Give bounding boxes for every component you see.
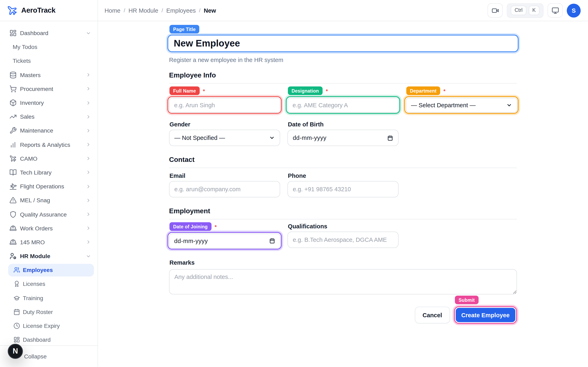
department-annotation-badge: Department <box>406 86 440 95</box>
sidebar-item-inventory[interactable]: Inventory <box>0 96 98 110</box>
page-subtitle: Register a new employee in the HR system <box>169 57 517 63</box>
designation-input[interactable] <box>287 98 399 112</box>
bar-chart-icon <box>9 141 17 148</box>
section-heading-employment: Employment <box>169 207 517 215</box>
header-actions: Ctrl K S <box>488 3 581 18</box>
breadcrumb-home[interactable]: Home <box>104 7 121 14</box>
remarks-textarea[interactable] <box>169 269 517 294</box>
sidebar-item-my-todos[interactable]: My Todos <box>0 40 98 54</box>
sidebar-item-tech-library[interactable]: Tech Library <box>0 166 98 179</box>
sidebar-item-training[interactable]: Training <box>0 291 98 305</box>
sidebar-item-sales[interactable]: Sales <box>0 110 98 124</box>
sidebar-item-label: Maintenance <box>20 127 53 134</box>
email-label: Email <box>169 173 185 179</box>
phone-field: Phone <box>287 172 398 197</box>
user-cog-icon <box>9 252 17 260</box>
sidebar-item-license-expiry[interactable]: License Expiry <box>0 319 98 333</box>
book-open-icon <box>9 169 17 176</box>
sidebar-item-employees[interactable]: Employees <box>8 264 94 276</box>
phone-input[interactable] <box>287 181 398 197</box>
brand-logo[interactable]: AeroTrack <box>0 0 98 21</box>
sidebar-item-duty-roster[interactable]: Duty Roster <box>0 305 98 319</box>
sidebar-item-dashboard[interactable]: Dashboard <box>0 26 98 40</box>
sidebar-item-label: Masters <box>20 72 41 78</box>
overlay-n-label: N <box>13 347 18 356</box>
breadcrumb-hr-module[interactable]: HR Module <box>129 7 158 14</box>
screen-record-button[interactable] <box>488 3 503 17</box>
sidebar-item-label: CAMO <box>20 155 37 162</box>
sidebar-item-label: License Expiry <box>23 323 60 329</box>
sidebar-item-reports-analytics[interactable]: Reports & Analytics <box>0 138 98 151</box>
chevron-down-icon <box>86 253 91 259</box>
sidebar-item-label: Employees <box>23 267 53 273</box>
department-field: Department * — Select Department — <box>406 86 517 114</box>
gender-select-value: — Not Specified — <box>174 134 225 141</box>
chevron-right-icon <box>86 142 91 147</box>
submit-annotation-row: Submit <box>169 296 517 304</box>
monitor-icon <box>552 7 559 14</box>
sidebar-item-quality-assurance[interactable]: Quality Assurance <box>0 207 98 221</box>
sidebar-item-label: Tickets <box>13 58 31 64</box>
sidebar: AeroTrack Dashboard My Todos Tickets Mas… <box>0 0 98 367</box>
sidebar-item-label: Tech Library <box>20 169 52 176</box>
calendar-picker-icon[interactable] <box>269 238 275 244</box>
cancel-button[interactable]: Cancel <box>415 307 450 323</box>
sidebar-item-145-mro[interactable]: 145 MRO <box>0 235 98 249</box>
qualifications-input[interactable] <box>287 232 398 248</box>
sidebar-item-work-orders[interactable]: Work Orders <box>0 221 98 235</box>
sidebar-item-label: Procurement <box>20 86 53 92</box>
full-name-annotation-badge: Full Name <box>169 86 200 95</box>
section-divider <box>169 83 517 83</box>
date-of-birth-input[interactable]: dd-mm-yyyy <box>287 130 398 146</box>
breadcrumb-separator: / <box>199 7 200 13</box>
breadcrumb: Home / HR Module / Employees / New <box>104 7 216 14</box>
sidebar-item-label: Reports & Analytics <box>20 141 70 148</box>
plane-landing-icon <box>9 183 17 190</box>
overlay-n-badge[interactable]: N <box>8 344 23 359</box>
database-icon <box>9 71 17 78</box>
full-name-input[interactable] <box>169 98 280 112</box>
page-title-annotation-box: New Employee <box>167 35 519 52</box>
create-employee-button[interactable]: Create Employee <box>456 308 515 322</box>
k-key: K <box>528 6 539 15</box>
designation-annotation-badge: Designation <box>288 86 323 95</box>
sidebar-item-masters[interactable]: Masters <box>0 68 98 82</box>
gender-select[interactable]: — Not Specified — <box>169 130 280 146</box>
collapse-label: Collapse <box>24 353 47 360</box>
alert-triangle-icon <box>9 197 17 204</box>
sidebar-item-licenses[interactable]: Licenses <box>0 277 98 291</box>
command-palette-shortcut[interactable]: Ctrl K <box>507 3 544 18</box>
sidebar-item-mel-snag[interactable]: MEL / Snag <box>0 193 98 207</box>
sidebar-item-label: Duty Roster <box>23 309 53 315</box>
date-of-joining-annotation-box: dd-mm-yyyy <box>167 232 282 250</box>
layout-dashboard-icon <box>13 336 20 343</box>
package-icon <box>9 99 17 106</box>
sidebar-item-label: MEL / Snag <box>20 197 50 204</box>
department-select[interactable]: — Select Department — <box>406 98 517 112</box>
layout-dashboard-icon <box>9 29 17 37</box>
chevron-right-icon <box>86 184 91 189</box>
sidebar-item-hr-module[interactable]: HR Module <box>0 249 98 263</box>
employee-info-grid-row1: Full Name * Designation * <box>169 86 517 114</box>
qualifications-label: Qualifications <box>288 223 327 230</box>
chevron-right-icon <box>86 170 91 175</box>
sidebar-item-camo[interactable]: CAMO <box>0 151 98 165</box>
date-of-joining-input[interactable]: dd-mm-yyyy <box>169 234 280 248</box>
sidebar-item-hr-dashboard[interactable]: Dashboard <box>0 333 98 345</box>
breadcrumb-employees[interactable]: Employees <box>166 7 196 14</box>
graduation-cap-icon <box>13 295 20 301</box>
sidebar-item-flight-operations[interactable]: Flight Operations <box>0 179 98 193</box>
user-avatar[interactable]: S <box>567 3 581 17</box>
sidebar-item-maintenance[interactable]: Maintenance <box>0 124 98 138</box>
display-button[interactable] <box>548 3 563 17</box>
email-field: Email <box>169 172 280 197</box>
email-input[interactable] <box>169 181 280 197</box>
calendar-picker-icon[interactable] <box>387 135 393 141</box>
sidebar-item-label: Quality Assurance <box>20 211 67 217</box>
full-name-field: Full Name * <box>169 86 280 114</box>
gender-field: Gender — Not Specified — <box>169 120 280 146</box>
sidebar-item-procurement[interactable]: Procurement <box>0 82 98 96</box>
sidebar-item-tickets[interactable]: Tickets <box>0 54 98 68</box>
chevron-right-icon <box>86 198 91 203</box>
contact-grid: Email Phone <box>169 172 517 197</box>
